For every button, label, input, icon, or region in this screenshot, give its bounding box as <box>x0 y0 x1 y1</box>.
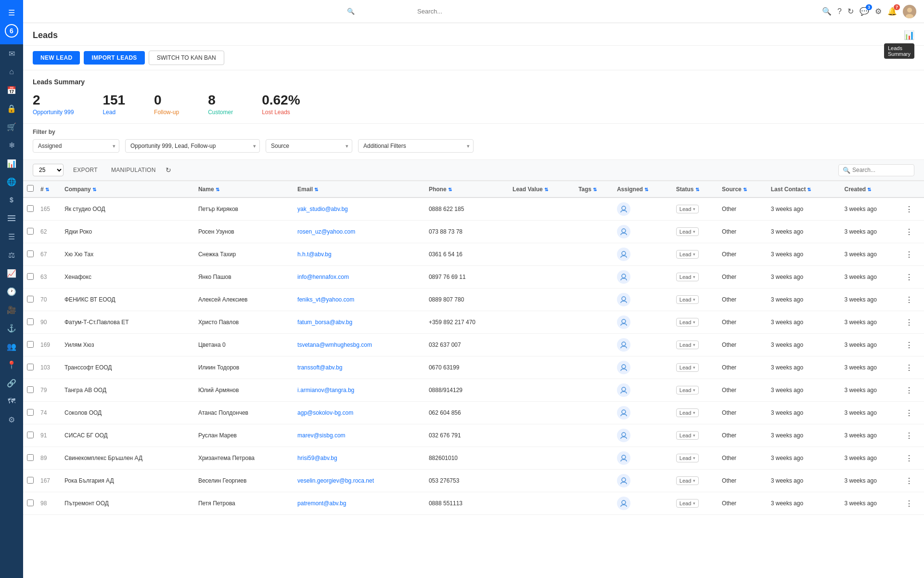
row-assigned[interactable] <box>614 311 673 334</box>
row-email[interactable]: hrisi59@abv.bg <box>295 447 426 470</box>
row-status[interactable]: Lead ▾ <box>673 492 719 515</box>
gear-icon[interactable]: ⚙ <box>2 411 21 428</box>
snowflake-icon[interactable]: ❄ <box>2 136 21 154</box>
row-name[interactable]: Атанас Полдончев <box>195 402 295 424</box>
row-action-menu[interactable]: ⋮ <box>902 424 924 447</box>
col-source[interactable]: Source⇅ <box>719 181 768 198</box>
row-email[interactable]: marev@sisbg.com <box>295 424 426 447</box>
users-icon[interactable]: 👥 <box>2 338 21 355</box>
clock-icon[interactable]: 🕐 <box>2 283 21 300</box>
status-badge[interactable]: Lead ▾ <box>676 341 699 349</box>
row-action-menu[interactable]: ⋮ <box>902 221 924 243</box>
settings-nav-icon[interactable]: ⚙ <box>875 7 882 16</box>
status-badge[interactable]: Lead ▾ <box>676 295 699 304</box>
switch-kanban-button[interactable]: SWITCH TO KAN BAN <box>149 51 224 65</box>
row-assigned[interactable] <box>614 492 673 515</box>
manipulation-button[interactable]: MANIPULATION <box>107 165 160 175</box>
location-icon[interactable]: 📍 <box>2 356 21 373</box>
refresh-icon[interactable]: ↻ <box>166 166 171 174</box>
row-status[interactable]: Lead ▾ <box>673 221 719 243</box>
row-action-menu[interactable]: ⋮ <box>902 289 924 311</box>
assign-avatar[interactable] <box>617 406 630 420</box>
row-email[interactable]: fatum_borsa@abv.bg <box>295 311 426 334</box>
row-name[interactable]: Веселин Георгиев <box>195 470 295 492</box>
row-company[interactable]: Пътремонт ООД <box>62 492 195 515</box>
search-bar[interactable]: 🔍 <box>31 8 818 15</box>
map-icon[interactable]: 🗺 <box>2 393 21 410</box>
dollar-icon[interactable]: $ <box>2 191 21 209</box>
row-assigned[interactable] <box>614 402 673 424</box>
row-action-menu[interactable]: ⋮ <box>902 447 924 470</box>
email-icon[interactable]: ✉ <box>2 45 21 62</box>
row-action-menu[interactable]: ⋮ <box>902 402 924 424</box>
row-checkbox[interactable] <box>27 432 34 438</box>
row-status[interactable]: Lead ▾ <box>673 243 719 266</box>
col-email[interactable]: Email⇅ <box>295 181 426 198</box>
col-status[interactable]: Status⇅ <box>673 181 719 198</box>
row-company[interactable]: Як студио ООД <box>62 197 195 221</box>
row-email[interactable]: tsvetana@wmhughesbg.com <box>295 334 426 356</box>
row-checkbox[interactable] <box>27 205 34 212</box>
row-name[interactable]: Хризантема Петрова <box>195 447 295 470</box>
row-name[interactable]: Алексей Алексиев <box>195 289 295 311</box>
row-name[interactable]: Янко Пашов <box>195 266 295 289</box>
leads-summary-widget[interactable]: 📊 Leads Summary <box>904 30 914 40</box>
row-email[interactable]: yak_studio@abv.bg <box>295 197 426 221</box>
export-button[interactable]: EXPORT <box>69 165 102 175</box>
row-checkbox[interactable] <box>27 477 34 484</box>
row-checkbox[interactable] <box>27 228 34 235</box>
status-badge[interactable]: Lead ▾ <box>676 273 699 281</box>
row-checkbox[interactable] <box>27 273 34 280</box>
assign-avatar[interactable] <box>617 338 630 352</box>
status-badge[interactable]: Lead ▾ <box>676 386 699 394</box>
row-company[interactable]: Уилям Хюз <box>62 334 195 356</box>
video-icon[interactable]: 🎥 <box>2 301 21 318</box>
row-company[interactable]: Транссофт ЕООД <box>62 356 195 379</box>
row-name[interactable]: Цветана 0 <box>195 334 295 356</box>
row-status[interactable]: Lead ▾ <box>673 311 719 334</box>
row-company[interactable]: Хю Хю Тах <box>62 243 195 266</box>
col-company[interactable]: Company⇅ <box>62 181 195 198</box>
row-company[interactable]: Ядки Роко <box>62 221 195 243</box>
status-badge[interactable]: Lead ▾ <box>676 431 699 440</box>
row-company[interactable]: Соколов ООД <box>62 402 195 424</box>
source-filter[interactable]: Source <box>266 139 352 153</box>
assign-avatar[interactable] <box>617 474 630 487</box>
assign-avatar[interactable] <box>617 361 630 374</box>
row-status[interactable]: Lead ▾ <box>673 447 719 470</box>
row-checkbox[interactable] <box>27 250 34 257</box>
col-last-contact[interactable]: Last Contact⇅ <box>768 181 842 198</box>
row-name[interactable]: Илиин Тодоров <box>195 356 295 379</box>
status-badge[interactable]: Lead ▾ <box>676 476 699 485</box>
calendar-icon[interactable]: 📅 <box>2 81 21 99</box>
status-badge[interactable]: Lead ▾ <box>676 499 699 508</box>
hamburger-icon[interactable]: ☰ <box>2 4 21 21</box>
row-action-menu[interactable]: ⋮ <box>902 356 924 379</box>
col-id[interactable]: #⇅ <box>38 181 62 198</box>
status-badge[interactable]: Lead ▾ <box>676 227 699 236</box>
assigned-filter[interactable]: Assigned <box>33 139 119 153</box>
search-input[interactable] <box>358 8 502 15</box>
chart-summary-icon[interactable]: 📊 <box>904 30 914 40</box>
lead-label[interactable]: Lead <box>103 109 125 116</box>
chart-icon[interactable]: 📊 <box>2 155 21 172</box>
assign-avatar[interactable] <box>617 497 630 510</box>
opportunity-label[interactable]: Opportunity 999 <box>33 109 74 116</box>
customer-label[interactable]: Customer <box>208 109 233 116</box>
new-lead-button[interactable]: NEW LEAD <box>33 51 80 65</box>
row-email[interactable]: transsoft@abv.bg <box>295 356 426 379</box>
row-assigned[interactable] <box>614 289 673 311</box>
home-icon[interactable]: ⌂ <box>2 63 21 80</box>
row-action-menu[interactable]: ⋮ <box>902 311 924 334</box>
status-badge[interactable]: Lead ▾ <box>676 363 699 372</box>
row-action-menu[interactable]: ⋮ <box>902 243 924 266</box>
row-action-menu[interactable]: ⋮ <box>902 379 924 402</box>
lock-icon[interactable]: 🔒 <box>2 100 21 117</box>
search-nav-icon[interactable]: 🔍 <box>822 7 832 16</box>
list-icon[interactable] <box>2 210 21 227</box>
row-company[interactable]: Тангра АВ ООД <box>62 379 195 402</box>
row-checkbox[interactable] <box>27 341 34 348</box>
row-company[interactable]: Свинекомплекс Бръшлен АД <box>62 447 195 470</box>
row-email[interactable]: patremont@abv.bg <box>295 492 426 515</box>
col-phone[interactable]: Phone⇅ <box>426 181 510 198</box>
